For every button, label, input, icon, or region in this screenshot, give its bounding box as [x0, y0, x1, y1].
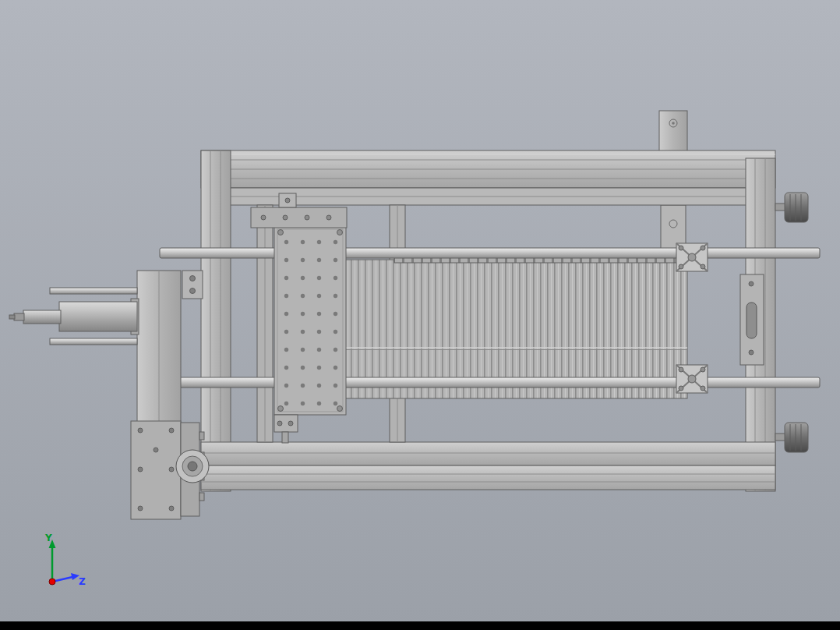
y-axis-label: Y: [44, 533, 52, 543]
guide-rail-lower[interactable]: [160, 377, 820, 388]
cylinder-body[interactable]: [59, 302, 137, 331]
guide-rod-top[interactable]: [50, 288, 137, 294]
frame-left-post[interactable]: [201, 150, 231, 491]
origin-dot: [49, 579, 55, 585]
frame-bottom-subrail[interactable]: [201, 465, 775, 490]
guide-rod-bottom[interactable]: [50, 338, 137, 345]
pivot-block[interactable]: [182, 271, 203, 299]
mounting-plate[interactable]: [274, 226, 346, 415]
roller-bearing[interactable]: [176, 450, 209, 483]
frame-bottom-rail[interactable]: [201, 442, 775, 465]
slot-bracket[interactable]: [740, 274, 764, 365]
guide-rail-upper[interactable]: [160, 248, 820, 258]
cross-connector-upper[interactable]: [676, 243, 708, 271]
cad-scene[interactable]: Y Z: [0, 0, 840, 630]
cross-connector-lower[interactable]: [676, 365, 708, 393]
piston-rod[interactable]: [23, 310, 61, 324]
cad-viewport[interactable]: Y Z: [0, 0, 840, 630]
z-axis-label: Z: [79, 576, 86, 587]
bottom-bar: [0, 621, 840, 630]
